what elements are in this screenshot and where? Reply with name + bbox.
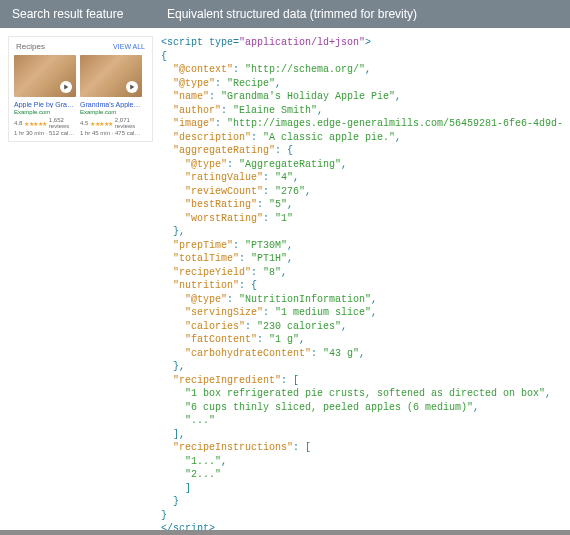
footer-bar	[0, 530, 570, 535]
content-row: Recipes VIEW ALL Apple Pie by Grandma Ex…	[0, 28, 570, 535]
recipe-meta: 1 hr 30 min · 512 calories	[14, 130, 76, 136]
recipe-rating: 4.8 ★★★★★ 1,652 reviews	[14, 117, 76, 129]
recipe-image-1	[14, 55, 76, 97]
search-feature-column: Recipes VIEW ALL Apple Pie by Grandma Ex…	[8, 36, 153, 535]
svg-marker-1	[130, 85, 134, 90]
rating-value: 4.8	[14, 120, 22, 126]
recipe-meta: 1 hr 45 min · 475 calories	[80, 130, 142, 136]
star-icon: ★★★★★	[90, 120, 113, 127]
play-icon	[126, 81, 138, 93]
recipe-source: Example.com	[14, 109, 76, 115]
header-search-feature: Search result feature	[12, 7, 167, 21]
view-all-link[interactable]: VIEW ALL	[113, 43, 145, 50]
recipe-card-block: Recipes VIEW ALL Apple Pie by Grandma Ex…	[8, 36, 153, 142]
review-count: 2,071 reviews	[115, 117, 142, 129]
structured-data-column: <script type="application/ld+json"> { "@…	[161, 36, 562, 535]
recipe-title: Apple Pie by Grandma	[14, 101, 76, 108]
recipe-result-2[interactable]: Grandma's Apple Pie Example.com 4.5 ★★★★…	[80, 55, 142, 136]
code-block: <script type="application/ld+json"> { "@…	[161, 36, 562, 535]
recipe-rating: 4.5 ★★★★★ 2,071 reviews	[80, 117, 142, 129]
star-icon: ★★★★★	[24, 120, 47, 127]
rating-value: 4.5	[80, 120, 88, 126]
recipe-title: Grandma's Apple Pie	[80, 101, 142, 108]
recipe-source: Example.com	[80, 109, 142, 115]
recipe-result-1[interactable]: Apple Pie by Grandma Example.com 4.8 ★★★…	[14, 55, 76, 136]
play-icon	[60, 81, 72, 93]
svg-marker-0	[64, 85, 68, 90]
recipe-image-2	[80, 55, 142, 97]
review-count: 1,652 reviews	[49, 117, 76, 129]
header-structured-data: Equivalent structured data (trimmed for …	[167, 7, 558, 21]
table-header-row: Search result feature Equivalent structu…	[0, 0, 570, 28]
card-title: Recipes	[16, 42, 45, 51]
